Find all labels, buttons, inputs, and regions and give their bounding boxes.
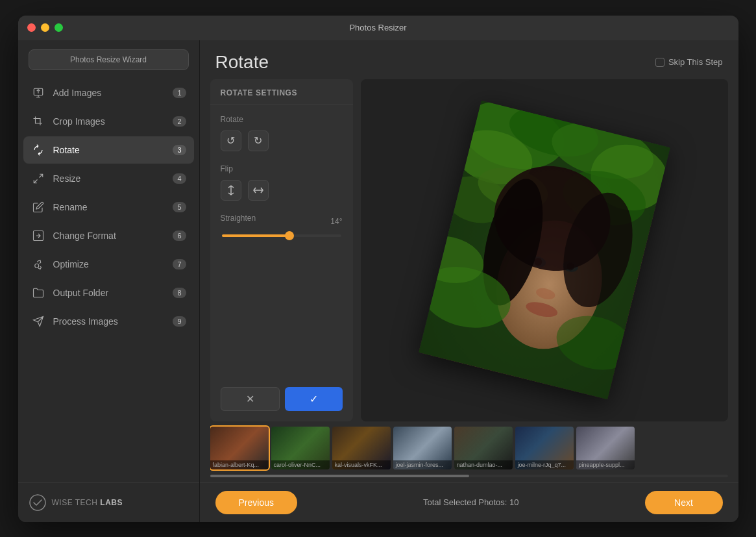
sidebar-item-badge: 9 xyxy=(173,316,186,327)
sidebar-item-output-folder[interactable]: Output Folder 8 xyxy=(23,279,194,306)
crop-icon xyxy=(31,114,45,129)
svg-point-3 xyxy=(30,495,45,510)
title-bar: Photos Resizer xyxy=(18,16,738,40)
flip-group: Flip xyxy=(221,164,343,201)
window-title: Photos Resizer xyxy=(349,23,406,32)
next-button[interactable]: Next xyxy=(645,491,723,514)
sidebar-item-rename[interactable]: Rename 5 xyxy=(23,194,194,221)
brand-name: WISE TECH LABS xyxy=(52,498,123,507)
sidebar-item-label: Rename xyxy=(53,202,173,212)
straighten-label: Straighten xyxy=(221,214,256,223)
thumbnail-label: pineapple-suppl... xyxy=(576,460,635,469)
straighten-slider-track[interactable] xyxy=(222,234,341,237)
output-folder-icon xyxy=(31,286,45,300)
thumbnail-label: carol-oliver-NnC... xyxy=(271,460,330,469)
maximize-button[interactable] xyxy=(55,23,63,32)
skip-step-label: Skip This Step xyxy=(668,57,723,67)
skip-step-checkbox[interactable] xyxy=(655,58,665,67)
change-format-icon xyxy=(31,229,45,243)
straighten-slider-fill xyxy=(222,234,290,237)
rotate-label: Rotate xyxy=(221,115,343,124)
previous-button[interactable]: Previous xyxy=(215,491,297,514)
sidebar-item-badge: 1 xyxy=(173,88,186,98)
sidebar-item-crop-images[interactable]: Crop Images 2 xyxy=(23,108,194,135)
sidebar-item-badge: 7 xyxy=(173,259,186,269)
thumbnail-image: joe-milne-rJq_q7... xyxy=(515,427,574,469)
sidebar-item-label: Resize xyxy=(53,173,173,184)
rotate-left-button[interactable]: ↺ xyxy=(221,131,241,151)
thumbnail-item[interactable]: pineapple-suppl... xyxy=(576,427,635,469)
thumbnail-item[interactable]: nathan-dumlao-... xyxy=(454,427,513,469)
thumbnail-item[interactable]: carol-oliver-NnC... xyxy=(271,427,330,469)
thumbnail-label: fabian-albert-Kq... xyxy=(210,460,269,469)
optimize-icon xyxy=(31,257,45,271)
sidebar-item-label: Add Images xyxy=(53,88,173,98)
svg-point-2 xyxy=(34,264,38,268)
sidebar-item-process-images[interactable]: Process Images 9 xyxy=(23,308,194,335)
work-area: ROTATE SETTINGS Rotate ↺ ↻ xyxy=(200,79,738,421)
flip-horizontal-button[interactable] xyxy=(248,180,269,201)
thumbnail-label: joe-milne-rJq_q7... xyxy=(515,460,574,469)
add-images-icon xyxy=(31,86,45,100)
sidebar-item-label: Optimize xyxy=(53,259,173,269)
window-controls xyxy=(27,23,63,32)
sidebar-item-label: Rotate xyxy=(53,145,173,155)
skip-step-control[interactable]: Skip This Step xyxy=(655,57,723,67)
preview-image-placeholder xyxy=(419,101,670,400)
thumbnail-item[interactable]: joel-jasmin-fores... xyxy=(393,427,452,469)
confirm-button[interactable]: ✓ xyxy=(285,387,343,411)
minimize-button[interactable] xyxy=(41,23,49,32)
wizard-button[interactable]: Photos Resize Wizard xyxy=(29,49,189,70)
sidebar-item-add-images[interactable]: Add Images 1 xyxy=(23,79,194,106)
brand-icon xyxy=(29,493,47,512)
thumbnail-strip: fabian-albert-Kq... carol-oliver-NnC... … xyxy=(210,421,728,472)
thumbnail-image: nathan-dumlao-... xyxy=(454,427,513,469)
process-images-icon xyxy=(31,314,45,329)
sidebar-footer: WISE TECH LABS xyxy=(18,482,199,522)
rotate-right-button[interactable]: ↻ xyxy=(248,131,269,151)
thumbnail-label: nathan-dumlao-... xyxy=(454,460,513,469)
brand-logo: WISE TECH LABS xyxy=(29,493,123,512)
sidebar-item-change-format[interactable]: Change Format 6 xyxy=(23,222,194,249)
cancel-button[interactable]: ✕ xyxy=(221,387,280,411)
preview-svg xyxy=(419,101,670,400)
straighten-slider-thumb[interactable] xyxy=(285,231,294,240)
close-button[interactable] xyxy=(27,23,36,32)
app-window: Photos Resizer Photos Resize Wizard Add … xyxy=(18,16,738,522)
sidebar-item-label: Change Format xyxy=(53,231,173,241)
preview-area xyxy=(361,79,728,421)
sidebar-item-label: Crop Images xyxy=(53,116,173,127)
thumbnail-item[interactable]: fabian-albert-Kq... xyxy=(210,427,269,469)
sidebar-item-badge: 2 xyxy=(173,116,186,127)
total-photos-label: Total Selected Photos: 10 xyxy=(423,497,518,507)
straighten-row: Straighten 14° xyxy=(221,214,343,229)
rotate-icon xyxy=(31,143,45,157)
app-body: Photos Resize Wizard Add Images 1 Crop I… xyxy=(18,40,738,522)
flip-vertical-button[interactable] xyxy=(221,180,241,201)
sidebar-item-badge: 5 xyxy=(173,202,186,212)
content-footer: Previous Total Selected Photos: 10 Next xyxy=(200,482,738,522)
thumbnail-image: kal-visuals-vkFK... xyxy=(332,427,391,469)
main-content: Rotate Skip This Step ROTATE SETTINGS xyxy=(200,40,738,522)
thumbnail-item[interactable]: joe-milne-rJq_q7... xyxy=(515,427,574,469)
flip-label: Flip xyxy=(221,164,343,173)
sidebar-item-resize[interactable]: Resize 4 xyxy=(23,165,194,192)
sidebar-item-badge: 6 xyxy=(173,231,186,241)
thumbnail-image: joel-jasmin-fores... xyxy=(393,427,452,469)
nav-list: Add Images 1 Crop Images 2 Rotate xyxy=(18,79,199,482)
settings-actions: ✕ ✓ xyxy=(210,377,353,421)
thumbnail-image: pineapple-suppl... xyxy=(576,427,635,469)
sidebar-item-optimize[interactable]: Optimize 7 xyxy=(23,251,194,278)
rotate-group: Rotate ↺ ↻ xyxy=(221,115,343,151)
thumbnail-image: carol-oliver-NnC... xyxy=(271,427,330,469)
thumbnail-scrollbar[interactable] xyxy=(210,475,728,477)
thumbnail-scrollbar-thumb[interactable] xyxy=(210,475,469,477)
resize-icon xyxy=(31,171,45,186)
content-header: Rotate Skip This Step xyxy=(200,40,738,79)
settings-header: ROTATE SETTINGS xyxy=(210,79,353,105)
straighten-value: 14° xyxy=(330,217,342,226)
sidebar-item-rotate[interactable]: Rotate 3 xyxy=(23,136,194,164)
settings-body: Rotate ↺ ↻ Flip xyxy=(210,105,353,377)
sidebar: Photos Resize Wizard Add Images 1 Crop I… xyxy=(18,40,200,522)
thumbnail-item[interactable]: kal-visuals-vkFK... xyxy=(332,427,391,469)
